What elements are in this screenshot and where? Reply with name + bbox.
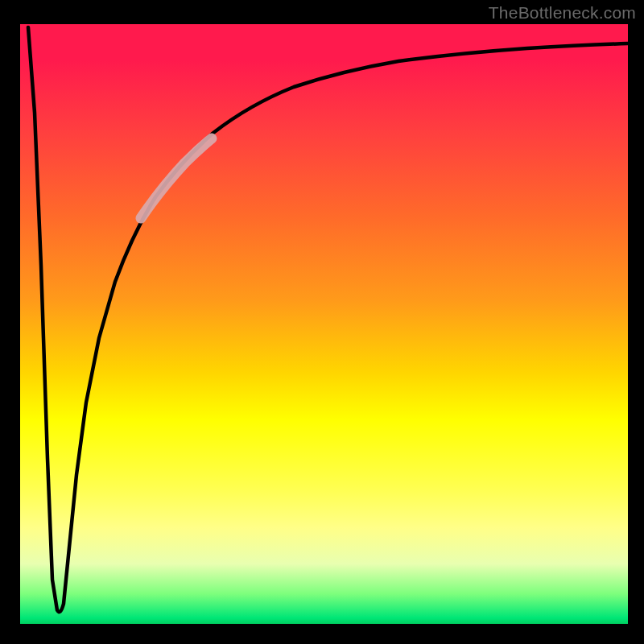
bottleneck-curve bbox=[28, 27, 628, 612]
watermark-text: TheBottleneck.com bbox=[489, 3, 636, 23]
curve-layer bbox=[20, 24, 628, 624]
curve-highlight bbox=[141, 138, 212, 218]
chart-frame bbox=[0, 0, 644, 644]
